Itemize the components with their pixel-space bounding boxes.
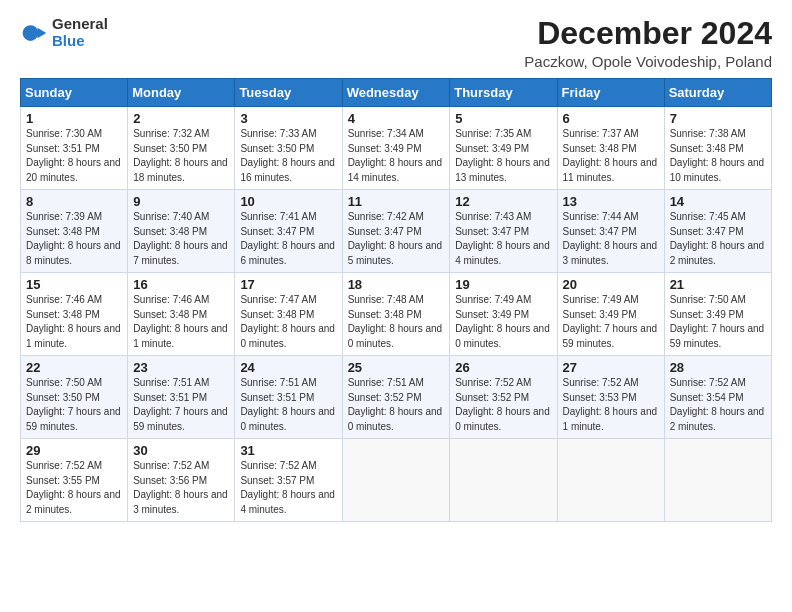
calendar-cell: 31Sunrise: 7:52 AMSunset: 3:57 PMDayligh… (235, 439, 342, 522)
day-detail: Sunrise: 7:52 AMSunset: 3:54 PMDaylight:… (670, 376, 766, 434)
day-detail: Sunrise: 7:52 AMSunset: 3:55 PMDaylight:… (26, 459, 122, 517)
day-detail: Sunrise: 7:32 AMSunset: 3:50 PMDaylight:… (133, 127, 229, 185)
calendar-cell: 11Sunrise: 7:42 AMSunset: 3:47 PMDayligh… (342, 190, 450, 273)
calendar-cell: 28Sunrise: 7:52 AMSunset: 3:54 PMDayligh… (664, 356, 771, 439)
day-detail: Sunrise: 7:39 AMSunset: 3:48 PMDaylight:… (26, 210, 122, 268)
calendar-cell: 19Sunrise: 7:49 AMSunset: 3:49 PMDayligh… (450, 273, 557, 356)
calendar-cell: 25Sunrise: 7:51 AMSunset: 3:52 PMDayligh… (342, 356, 450, 439)
day-number: 2 (133, 111, 229, 126)
calendar-week-row: 29Sunrise: 7:52 AMSunset: 3:55 PMDayligh… (21, 439, 772, 522)
column-header-thursday: Thursday (450, 79, 557, 107)
calendar-cell: 1Sunrise: 7:30 AMSunset: 3:51 PMDaylight… (21, 107, 128, 190)
day-detail: Sunrise: 7:46 AMSunset: 3:48 PMDaylight:… (133, 293, 229, 351)
day-number: 21 (670, 277, 766, 292)
day-number: 5 (455, 111, 551, 126)
day-detail: Sunrise: 7:52 AMSunset: 3:52 PMDaylight:… (455, 376, 551, 434)
calendar-cell (664, 439, 771, 522)
day-number: 13 (563, 194, 659, 209)
calendar-cell: 16Sunrise: 7:46 AMSunset: 3:48 PMDayligh… (128, 273, 235, 356)
calendar-cell (557, 439, 664, 522)
day-number: 28 (670, 360, 766, 375)
day-number: 17 (240, 277, 336, 292)
calendar-week-row: 15Sunrise: 7:46 AMSunset: 3:48 PMDayligh… (21, 273, 772, 356)
calendar-cell: 7Sunrise: 7:38 AMSunset: 3:48 PMDaylight… (664, 107, 771, 190)
day-number: 29 (26, 443, 122, 458)
day-detail: Sunrise: 7:52 AMSunset: 3:56 PMDaylight:… (133, 459, 229, 517)
calendar-cell: 8Sunrise: 7:39 AMSunset: 3:48 PMDaylight… (21, 190, 128, 273)
day-number: 1 (26, 111, 122, 126)
calendar-cell: 3Sunrise: 7:33 AMSunset: 3:50 PMDaylight… (235, 107, 342, 190)
day-number: 11 (348, 194, 445, 209)
day-detail: Sunrise: 7:44 AMSunset: 3:47 PMDaylight:… (563, 210, 659, 268)
calendar-cell: 29Sunrise: 7:52 AMSunset: 3:55 PMDayligh… (21, 439, 128, 522)
day-detail: Sunrise: 7:37 AMSunset: 3:48 PMDaylight:… (563, 127, 659, 185)
day-number: 15 (26, 277, 122, 292)
logo-blue-text: Blue (52, 33, 108, 50)
day-number: 10 (240, 194, 336, 209)
day-detail: Sunrise: 7:45 AMSunset: 3:47 PMDaylight:… (670, 210, 766, 268)
calendar-cell: 9Sunrise: 7:40 AMSunset: 3:48 PMDaylight… (128, 190, 235, 273)
calendar-cell: 26Sunrise: 7:52 AMSunset: 3:52 PMDayligh… (450, 356, 557, 439)
day-number: 8 (26, 194, 122, 209)
day-number: 18 (348, 277, 445, 292)
logo-general-text: General (52, 16, 108, 33)
day-detail: Sunrise: 7:40 AMSunset: 3:48 PMDaylight:… (133, 210, 229, 268)
column-header-sunday: Sunday (21, 79, 128, 107)
day-number: 25 (348, 360, 445, 375)
svg-marker-2 (38, 27, 47, 38)
logo-icon (20, 19, 48, 47)
calendar-week-row: 1Sunrise: 7:30 AMSunset: 3:51 PMDaylight… (21, 107, 772, 190)
day-detail: Sunrise: 7:30 AMSunset: 3:51 PMDaylight:… (26, 127, 122, 185)
calendar-cell: 24Sunrise: 7:51 AMSunset: 3:51 PMDayligh… (235, 356, 342, 439)
day-detail: Sunrise: 7:49 AMSunset: 3:49 PMDaylight:… (455, 293, 551, 351)
calendar-cell: 5Sunrise: 7:35 AMSunset: 3:49 PMDaylight… (450, 107, 557, 190)
calendar-title: December 2024 (524, 16, 772, 51)
day-number: 24 (240, 360, 336, 375)
day-number: 14 (670, 194, 766, 209)
logo-text: General Blue (52, 16, 108, 49)
day-detail: Sunrise: 7:47 AMSunset: 3:48 PMDaylight:… (240, 293, 336, 351)
day-number: 16 (133, 277, 229, 292)
day-number: 6 (563, 111, 659, 126)
column-header-tuesday: Tuesday (235, 79, 342, 107)
day-detail: Sunrise: 7:38 AMSunset: 3:48 PMDaylight:… (670, 127, 766, 185)
calendar-cell: 17Sunrise: 7:47 AMSunset: 3:48 PMDayligh… (235, 273, 342, 356)
day-detail: Sunrise: 7:52 AMSunset: 3:53 PMDaylight:… (563, 376, 659, 434)
day-detail: Sunrise: 7:51 AMSunset: 3:52 PMDaylight:… (348, 376, 445, 434)
day-detail: Sunrise: 7:33 AMSunset: 3:50 PMDaylight:… (240, 127, 336, 185)
column-header-monday: Monday (128, 79, 235, 107)
day-number: 22 (26, 360, 122, 375)
calendar-cell: 23Sunrise: 7:51 AMSunset: 3:51 PMDayligh… (128, 356, 235, 439)
calendar-table: SundayMondayTuesdayWednesdayThursdayFrid… (20, 78, 772, 522)
day-detail: Sunrise: 7:42 AMSunset: 3:47 PMDaylight:… (348, 210, 445, 268)
calendar-cell: 12Sunrise: 7:43 AMSunset: 3:47 PMDayligh… (450, 190, 557, 273)
day-number: 30 (133, 443, 229, 458)
day-number: 9 (133, 194, 229, 209)
calendar-cell: 27Sunrise: 7:52 AMSunset: 3:53 PMDayligh… (557, 356, 664, 439)
calendar-cell: 10Sunrise: 7:41 AMSunset: 3:47 PMDayligh… (235, 190, 342, 273)
day-detail: Sunrise: 7:49 AMSunset: 3:49 PMDaylight:… (563, 293, 659, 351)
day-number: 19 (455, 277, 551, 292)
calendar-title-block: December 2024 Paczkow, Opole Voivodeship… (524, 16, 772, 70)
calendar-cell: 4Sunrise: 7:34 AMSunset: 3:49 PMDaylight… (342, 107, 450, 190)
logo: General Blue (20, 16, 108, 49)
day-detail: Sunrise: 7:51 AMSunset: 3:51 PMDaylight:… (240, 376, 336, 434)
column-header-wednesday: Wednesday (342, 79, 450, 107)
day-number: 3 (240, 111, 336, 126)
day-detail: Sunrise: 7:50 AMSunset: 3:49 PMDaylight:… (670, 293, 766, 351)
calendar-week-row: 22Sunrise: 7:50 AMSunset: 3:50 PMDayligh… (21, 356, 772, 439)
day-detail: Sunrise: 7:41 AMSunset: 3:47 PMDaylight:… (240, 210, 336, 268)
calendar-cell: 13Sunrise: 7:44 AMSunset: 3:47 PMDayligh… (557, 190, 664, 273)
day-detail: Sunrise: 7:52 AMSunset: 3:57 PMDaylight:… (240, 459, 336, 517)
calendar-cell: 6Sunrise: 7:37 AMSunset: 3:48 PMDaylight… (557, 107, 664, 190)
day-number: 7 (670, 111, 766, 126)
day-number: 4 (348, 111, 445, 126)
calendar-week-row: 8Sunrise: 7:39 AMSunset: 3:48 PMDaylight… (21, 190, 772, 273)
day-number: 12 (455, 194, 551, 209)
column-header-friday: Friday (557, 79, 664, 107)
day-number: 31 (240, 443, 336, 458)
calendar-cell: 20Sunrise: 7:49 AMSunset: 3:49 PMDayligh… (557, 273, 664, 356)
page-header: General Blue December 2024 Paczkow, Opol… (20, 16, 772, 70)
day-detail: Sunrise: 7:35 AMSunset: 3:49 PMDaylight:… (455, 127, 551, 185)
calendar-cell: 18Sunrise: 7:48 AMSunset: 3:48 PMDayligh… (342, 273, 450, 356)
